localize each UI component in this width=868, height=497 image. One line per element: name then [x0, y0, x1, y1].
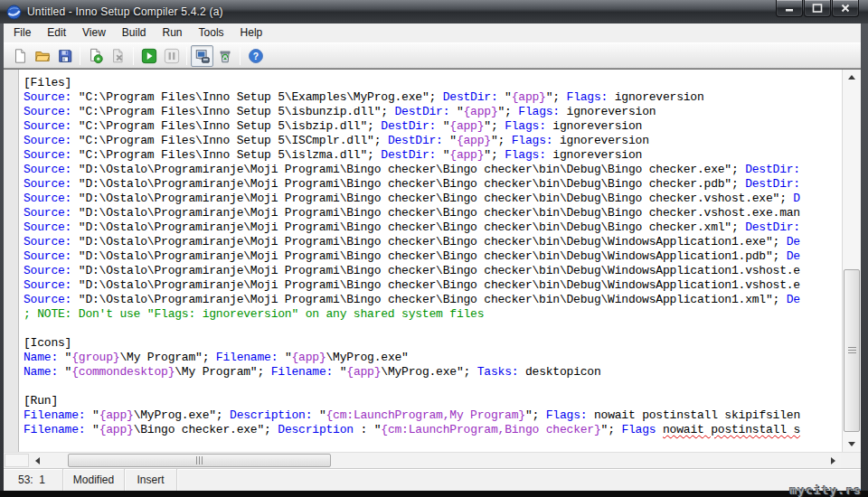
code-line: Source: "C:\Program Files\Inno Setup 5\I… [24, 134, 842, 148]
code-line: [Icons] [24, 336, 842, 351]
code-line: Source: "C:\Program Files\Inno Setup 5\i… [24, 105, 842, 119]
maximize-icon [810, 1, 825, 15]
pause-icon [164, 48, 180, 64]
watermark: mycity.rs [790, 483, 862, 497]
code-line: ; NOTE: Don't use "Flags: ignoreversion"… [24, 307, 842, 322]
new-script-button[interactable] [8, 45, 31, 67]
toolbar-separator [186, 47, 187, 65]
scroll-up-button[interactable] [843, 70, 861, 85]
help-icon: ? [248, 48, 264, 64]
pause-button [160, 45, 183, 67]
code-line: Source: "C:\Program Files\Inno Setup 5\E… [24, 90, 842, 105]
scroll-down-button[interactable] [843, 436, 861, 452]
inno-setup-icon [6, 5, 22, 20]
window-bottom-border [0, 491, 868, 497]
grip-icon [848, 347, 856, 354]
editor-text[interactable]: [Files]Source: "C:\Program Files\Inno Se… [19, 70, 842, 452]
stop-compile-button [107, 45, 129, 67]
target-setup-icon [194, 48, 211, 64]
menu-view[interactable]: View [74, 23, 114, 42]
code-line: Name: "{group}\My Program"; Filename: "{… [24, 351, 842, 365]
status-bar: 53: 1 Modified Insert [4, 468, 861, 491]
arrow-right-icon [831, 457, 835, 464]
code-line: Filename: "{app}\Bingo checker.exe"; Des… [24, 423, 842, 437]
vertical-scroll-thumb[interactable] [844, 269, 860, 432]
code-line: Source: "D:\Ostalo\Programiranje\Moji Pr… [24, 220, 842, 235]
close-button[interactable] [832, 0, 859, 17]
menu-help[interactable]: Help [232, 23, 271, 42]
horizontal-scroll-track[interactable] [45, 453, 826, 468]
horizontal-scroll-thumb[interactable] [68, 454, 331, 467]
code-line: Source: "D:\Ostalo\Programiranje\Moji Pr… [24, 278, 842, 293]
code-line: Source: "D:\Ostalo\Programiranje\Moji Pr… [24, 177, 842, 192]
target-uninstall-icon [217, 48, 233, 64]
menu-build[interactable]: Build [114, 23, 155, 42]
code-line: [Files] [24, 76, 842, 90]
code-line: Source: "D:\Ostalo\Programiranje\Moji Pr… [24, 192, 842, 206]
scrollbar-left-panel [5, 454, 29, 467]
editor-area: [Files]Source: "C:\Program Files\Inno Se… [4, 69, 861, 452]
code-line: Source: "D:\Ostalo\Programiranje\Moji Pr… [24, 163, 842, 177]
compile-icon [88, 48, 104, 64]
arrow-down-icon [848, 442, 855, 446]
target-uninstall-button[interactable] [213, 45, 236, 67]
code-line: Filename: "{app}\MyProg.exe"; Descriptio… [24, 408, 842, 423]
code-line: Source: "D:\Ostalo\Programiranje\Moji Pr… [24, 206, 842, 220]
stop-compile-icon [110, 48, 127, 64]
menu-bar: File Edit View Build Run Tools Help [4, 23, 861, 42]
scrollbar-corner [841, 453, 861, 468]
code-line: Name: "{commondesktop}\My Program"; File… [24, 365, 842, 380]
close-icon [838, 1, 853, 15]
code-line [24, 322, 842, 336]
editor-gutter [4, 70, 19, 452]
compile-button[interactable] [84, 45, 107, 67]
run-button[interactable] [137, 45, 160, 67]
svg-text:?: ? [252, 51, 258, 61]
code-line: Source: "D:\Ostalo\Programiranje\Moji Pr… [24, 264, 842, 278]
new-script-icon [12, 48, 28, 64]
toolbar-separator [80, 47, 80, 65]
menu-tools[interactable]: Tools [191, 23, 232, 42]
menu-run[interactable]: Run [155, 23, 191, 42]
toolbar-separator [133, 47, 134, 65]
open-button[interactable] [31, 45, 53, 67]
save-icon [57, 48, 73, 64]
inno-setup-compiler-window: Untitled - Inno Setup Compiler 5.4.2 (a)… [0, 0, 868, 497]
code-line: Source: "D:\Ostalo\Programiranje\Moji Pr… [24, 249, 842, 264]
arrow-left-icon [35, 457, 40, 464]
maximize-button[interactable] [804, 0, 831, 17]
cursor-position: 53: 1 [4, 469, 63, 491]
scroll-left-button[interactable] [30, 453, 45, 468]
vertical-scroll-track[interactable] [843, 85, 861, 436]
scroll-right-button[interactable] [826, 453, 841, 468]
help-button[interactable]: ? [244, 45, 267, 67]
window-title: Untitled - Inno Setup Compiler 5.4.2 (a) [27, 5, 223, 18]
code-line: Source: "D:\Ostalo\Programiranje\Moji Pr… [24, 235, 842, 249]
open-icon [34, 48, 51, 64]
vertical-scrollbar[interactable] [842, 70, 861, 452]
menu-file[interactable]: File [5, 23, 39, 42]
code-line: Source: "C:\Program Files\Inno Setup 5\i… [24, 148, 842, 163]
grip-icon [196, 456, 203, 464]
code-line: Source: "D:\Ostalo\Programiranje\Moji Pr… [24, 293, 842, 307]
target-setup-button[interactable] [191, 45, 213, 67]
arrow-up-icon [848, 75, 855, 80]
toolbar-separator [240, 47, 241, 65]
minimize-button[interactable] [776, 0, 803, 17]
menu-edit[interactable]: Edit [39, 23, 74, 42]
code-line: Source: "C:\Program Files\Inno Setup 5\i… [24, 119, 842, 134]
run-icon [141, 48, 157, 64]
title-bar: Untitled - Inno Setup Compiler 5.4.2 (a) [0, 0, 868, 23]
toolbar: ? [4, 42, 861, 69]
horizontal-scrollbar[interactable] [4, 452, 861, 468]
code-line: [Run] [24, 394, 842, 408]
insert-mode-indicator: Insert [125, 469, 177, 491]
minimize-icon [782, 1, 797, 15]
modified-indicator: Modified [63, 469, 125, 491]
code-line [24, 380, 842, 394]
save-button[interactable] [53, 45, 76, 67]
